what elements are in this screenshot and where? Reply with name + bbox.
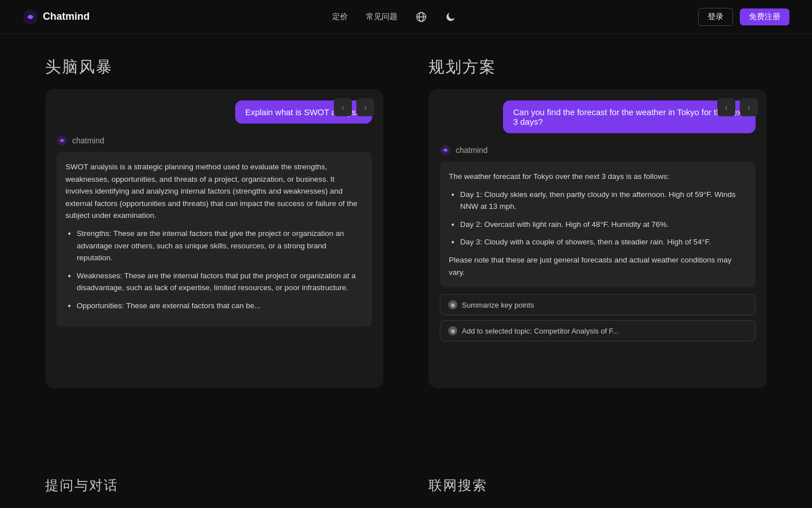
svg-point-8 bbox=[444, 149, 447, 151]
card-fade-left bbox=[45, 354, 383, 388]
left-chat-card: ‹ › Explain what is SWOT analysis chatmi… bbox=[45, 89, 383, 388]
section-title-plan: 规划方案 bbox=[429, 56, 767, 78]
nav-pricing[interactable]: 定价 bbox=[332, 12, 348, 22]
add-topic-icon: ⊕ bbox=[448, 326, 457, 335]
main-content: 头脑风暴 ‹ › Explain what is SWOT analysis c… bbox=[0, 34, 812, 508]
add-topic-label: Add to selected topic: Competitor Analys… bbox=[462, 327, 619, 335]
bot-response-list-left: Strengths: These are the internal factor… bbox=[65, 227, 363, 312]
add-topic-btn[interactable]: ⊕ Add to selected topic: Competitor Anal… bbox=[440, 320, 756, 341]
bot-response-intro-left: SWOT analysis is a strategic planning me… bbox=[65, 161, 363, 222]
theme-icon[interactable] bbox=[445, 11, 456, 23]
right-next-arrow[interactable]: › bbox=[740, 98, 758, 116]
summarize-label: Summarize key points bbox=[462, 301, 534, 309]
register-button[interactable]: 免费注册 bbox=[740, 8, 789, 25]
right-nav-arrows: ‹ › bbox=[717, 98, 758, 116]
nav: 定价 常见问题 bbox=[332, 11, 456, 23]
nav-faq[interactable]: 常见问题 bbox=[366, 12, 398, 22]
list-item: Weaknesses: These are the internal facto… bbox=[77, 270, 363, 294]
action-buttons: ⊕ Summarize key points ⊕ Add to selected… bbox=[440, 294, 756, 341]
logo-text: Chatmind bbox=[43, 11, 90, 23]
bottom-label-search: 联网搜索 bbox=[406, 476, 767, 494]
svg-point-6 bbox=[61, 139, 63, 142]
bot-name-right: chatmind bbox=[456, 146, 488, 155]
section-title-brainstorm: 头脑风暴 bbox=[45, 56, 383, 78]
user-message-container: Explain what is SWOT analysis bbox=[56, 100, 372, 133]
bot-response-note: Please note that these are just general … bbox=[449, 254, 747, 278]
list-item: Day 3: Cloudy with a couple of showers, … bbox=[460, 236, 747, 248]
bot-logo-right bbox=[440, 144, 451, 156]
bottom-labels: 提问与对话 联网搜索 bbox=[0, 463, 812, 508]
logo-icon bbox=[23, 9, 38, 25]
list-item: Day 1: Cloudy skies early, then partly c… bbox=[460, 189, 747, 213]
bottom-label-qa: 提问与对话 bbox=[45, 476, 406, 494]
left-section: 头脑风暴 ‹ › Explain what is SWOT analysis c… bbox=[45, 56, 406, 485]
bot-header-right: chatmind bbox=[440, 144, 756, 156]
summarize-btn[interactable]: ⊕ Summarize key points bbox=[440, 294, 756, 316]
globe-icon[interactable] bbox=[416, 11, 427, 23]
right-prev-arrow[interactable]: ‹ bbox=[717, 98, 735, 116]
list-item: Day 2: Overcast with light rain. High of… bbox=[460, 218, 747, 231]
bot-response-list-right: Day 1: Cloudy skies early, then partly c… bbox=[449, 189, 747, 248]
right-chat-card: ‹ › Can you find the forecast for the we… bbox=[429, 89, 767, 388]
bot-header-left: chatmind bbox=[56, 135, 372, 146]
bot-name-left: chatmind bbox=[72, 136, 104, 145]
left-prev-arrow[interactable]: ‹ bbox=[334, 98, 352, 116]
bot-logo-left bbox=[56, 135, 68, 146]
left-next-arrow[interactable]: › bbox=[356, 98, 374, 116]
summarize-icon: ⊕ bbox=[448, 300, 457, 309]
left-nav-arrows: ‹ › bbox=[334, 98, 374, 116]
logo[interactable]: Chatmind bbox=[23, 9, 90, 25]
nav-actions: 登录 免费注册 bbox=[698, 8, 789, 26]
bot-response-right: The weather forecast for Tokyo over the … bbox=[440, 161, 756, 287]
bot-response-intro-right: The weather forecast for Tokyo over the … bbox=[449, 170, 747, 183]
list-item: Opportunities: These are external factor… bbox=[77, 300, 363, 312]
right-section: 规划方案 ‹ › Can you find the forecast for t… bbox=[406, 56, 767, 485]
login-button[interactable]: 登录 bbox=[698, 8, 733, 26]
user-message-container-right: Can you find the forecast for the weathe… bbox=[440, 100, 756, 142]
list-item: Strengths: These are the internal factor… bbox=[77, 227, 363, 264]
bot-response-left: SWOT analysis is a strategic planning me… bbox=[56, 152, 372, 327]
svg-point-1 bbox=[29, 15, 32, 19]
